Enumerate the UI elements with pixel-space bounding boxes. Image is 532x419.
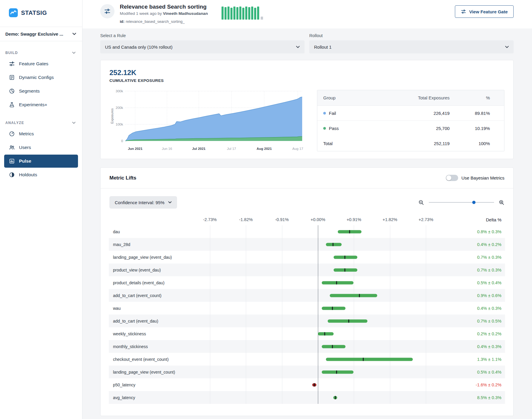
sparkline-bar (230, 8, 232, 20)
svg-text:Aug 2021: Aug 2021 (257, 147, 272, 150)
total-pct-value: 100% (450, 141, 498, 146)
sidebar-item-users[interactable]: Users (4, 141, 78, 154)
sidebar-item-label: Feature Gates (19, 61, 48, 66)
lift-plot (192, 315, 444, 327)
view-feature-gate-button[interactable]: View Feature Gate (455, 5, 514, 18)
lift-row: checkout_event (event_count)1.3% ± 1.1% (109, 353, 505, 366)
sidebar-item-label: Experiments+ (19, 102, 47, 107)
statsig-logo[interactable]: STATSIG (0, 0, 82, 17)
delta-value: 0.5% ± 0.4% (444, 370, 505, 374)
metric-name: add_to_cart (event_dau) (109, 319, 192, 323)
sidebar-item-metrics[interactable]: Metrics (4, 127, 78, 140)
sidebar: STATSIG Demo: Swaggr Exclusive ... BUILD… (0, 0, 82, 419)
sparkline-bar (254, 8, 256, 20)
zoom-slider-knob[interactable] (472, 201, 475, 204)
view-feature-gate-label: View Feature Gate (469, 9, 508, 14)
delta-value: 0.7% ± 0.3% (444, 255, 505, 260)
metric-name: landing_page_view (event_dau) (109, 255, 192, 260)
bayesian-toggle[interactable] (446, 175, 458, 181)
lift-plot (192, 378, 444, 391)
sparkline-bar (236, 7, 238, 20)
total-exposures-value: 226,419 (377, 111, 450, 116)
delta-value: -1.6% ± 0.2% (444, 383, 505, 387)
lift-row: weekly_stickiness0.2% ± 0.2% (109, 327, 505, 340)
confidence-interval-bar (326, 358, 413, 361)
exposure-table-rows: Fail226,41989.81%Pass25,70010.19% (317, 106, 504, 136)
metric-name: checkout_event (event_count) (109, 357, 192, 362)
lift-mean-tick (335, 396, 336, 399)
metric-name: p50_latency (109, 383, 192, 387)
sparkline-bar (245, 7, 247, 20)
sidebar-item-dynamic-configs[interactable]: Dynamic Configs (4, 71, 78, 84)
group-cell: Pass (323, 126, 377, 131)
sidebar-item-pulse[interactable]: Pulse (4, 155, 78, 168)
metric-lifts-title: Metric Lifts (109, 175, 136, 181)
axis-tick-label: -2.73% (203, 217, 217, 222)
sidebar-item-experiments[interactable]: Experiments+ (4, 98, 78, 111)
holdouts-icon (9, 172, 15, 178)
sparkline-end-nub (261, 17, 263, 20)
axis-tick-label: -1.82% (239, 217, 253, 222)
axis-tick-label: +0.91% (347, 217, 361, 222)
sparkline-bar (251, 7, 253, 20)
sidebar-item-holdouts[interactable]: Holdouts (4, 168, 78, 181)
rule-dropdown[interactable]: US and Canada only (10% rollout) (100, 40, 305, 53)
nav-section-analyze[interactable]: ANALYZE (0, 119, 82, 127)
total-exposures-value: 252,119 (377, 141, 450, 146)
segments-icon (9, 88, 15, 94)
feature-gates-icon (9, 61, 15, 67)
metrics-icon (9, 131, 15, 137)
app-window: STATSIG Demo: Swaggr Exclusive ... BUILD… (0, 0, 532, 419)
lift-plot (192, 251, 444, 264)
users-icon (9, 145, 15, 150)
chevron-down-icon[interactable] (72, 122, 76, 124)
zoom-out-icon[interactable] (418, 200, 424, 205)
lift-row: mau_28d0.4% ± 0.2% (109, 238, 505, 251)
lift-row: dau0.8% ± 0.3% (109, 225, 505, 238)
confidence-interval-dropdown[interactable]: Confidence Interval: 95% (109, 196, 177, 209)
lift-axis-scale: -2.73%-1.82%-0.91%+0.00%+0.91%+1.82%+2.7… (192, 214, 444, 225)
lift-plot (192, 340, 444, 353)
total-exposures-value: 25,700 (377, 126, 450, 131)
metric-name: product_details (event_dau) (109, 280, 192, 285)
sparkline-bar (242, 8, 244, 20)
lift-mean-tick (314, 383, 315, 386)
group-label: Fail (329, 111, 336, 116)
gate-id: id:relevance_based_search_sorting_ (120, 19, 208, 24)
metric-name: monthly_stickiness (109, 344, 192, 349)
lift-plot (192, 238, 444, 251)
rule-selector-label: Select a Rule (100, 33, 305, 38)
lift-row: avg_latency8.5% ± 0.3% (109, 391, 505, 404)
statsig-logo-icon (9, 8, 18, 17)
exposure-group-row: Pass25,70010.19% (317, 121, 504, 136)
sidebar-item-feature-gates[interactable]: Feature Gates (4, 57, 78, 70)
sidebar-item-label: Users (19, 145, 31, 150)
sidebar-item-segments[interactable]: Segments (4, 85, 78, 98)
zoom-in-icon[interactable] (499, 200, 504, 205)
lift-mean-tick (348, 319, 349, 323)
pct-value: 89.81% (450, 111, 498, 116)
project-selector[interactable]: Demo: Swaggr Exclusive ... (0, 27, 82, 41)
lift-row: product_details (event_dau)0.5% ± 0.4% (109, 276, 505, 289)
metric-lifts-header: Metric Lifts Use Bayesian Metrics (101, 168, 513, 188)
chevron-down-icon (168, 201, 172, 204)
delta-value: 0.4% ± 0.3% (444, 306, 505, 311)
feature-gate-header: Relevance based Search sorting Modified … (82, 0, 532, 28)
zoom-slider[interactable] (429, 202, 494, 203)
sparkline-bar (248, 7, 250, 20)
chevron-down-icon[interactable] (72, 52, 76, 54)
rule-dropdown-value: US and Canada only (10% rollout) (105, 45, 173, 50)
total-label: Total (323, 141, 333, 146)
zoom-control (418, 200, 504, 205)
confidence-interval-bar (322, 345, 345, 348)
rollout-dropdown[interactable]: Rollout 1 (309, 40, 514, 53)
svg-text:Jul 17: Jul 17 (227, 147, 236, 150)
nav-section-build[interactable]: BUILD (0, 49, 82, 57)
exposures-body: 0100k200k300kJun 2021Jun 16Jul 2021Jul 1… (109, 89, 504, 152)
lift-plot (192, 264, 444, 276)
delta-value: 1.3% ± 1.1% (444, 357, 505, 362)
sparkline-bar (227, 7, 230, 20)
lift-mean-tick (349, 230, 350, 233)
svg-text:100k: 100k (116, 123, 123, 126)
rollout-dropdown-value: Rollout 1 (314, 45, 332, 50)
